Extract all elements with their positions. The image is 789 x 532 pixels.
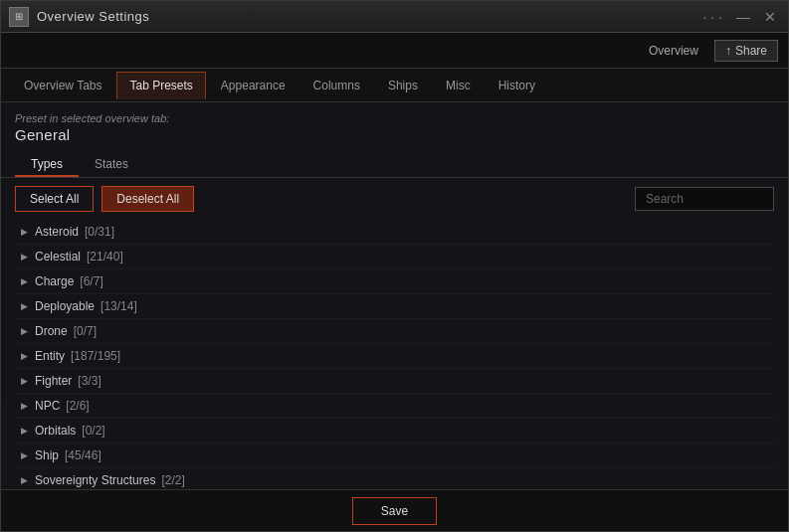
expand-arrow-icon: ▶ — [19, 450, 29, 460]
item-name: Sovereignty Structures — [35, 473, 155, 487]
item-count: [45/46] — [65, 448, 101, 462]
window-icon-glyph: ⊞ — [15, 11, 23, 22]
expand-arrow-icon: ▶ — [19, 426, 29, 436]
window-icon: ⊞ — [9, 7, 29, 27]
close-button[interactable]: ✕ — [760, 7, 780, 27]
list-item[interactable]: ▶Fighter[3/3] — [15, 369, 774, 394]
save-button[interactable]: Save — [352, 497, 437, 525]
tab-misc[interactable]: Misc — [433, 72, 484, 99]
subtab-states[interactable]: States — [79, 153, 144, 177]
item-name: Orbitals — [35, 424, 76, 438]
item-count: [0/7] — [74, 324, 97, 338]
tab-tab-presets[interactable]: Tab Presets — [116, 72, 205, 99]
expand-arrow-icon: ▶ — [19, 326, 29, 336]
subtab-types[interactable]: Types — [15, 153, 79, 177]
action-bar: Overview ↑ Share — [1, 33, 788, 69]
list-item[interactable]: ▶Asteroid[0/31] — [15, 220, 774, 245]
preset-section: Preset in selected overview tab: General — [1, 102, 788, 147]
list-item[interactable]: ▶Charge[6/7] — [15, 269, 774, 294]
select-all-button[interactable]: Select All — [15, 186, 94, 212]
item-count: [0/31] — [85, 225, 114, 239]
share-icon: ↑ — [725, 44, 731, 58]
preset-label: Preset in selected overview tab: — [15, 112, 774, 124]
tab-ships[interactable]: Ships — [375, 72, 431, 99]
list-item[interactable]: ▶Orbitals[0/2] — [15, 419, 774, 443]
overview-settings-window: ⊞ Overview Settings · · · — ✕ Overview ↑… — [0, 0, 789, 532]
tab-appearance[interactable]: Appearance — [208, 72, 298, 99]
item-name: NPC — [35, 399, 60, 413]
item-name: Deployable — [35, 299, 95, 313]
bottom-bar: Save — [1, 489, 788, 531]
list-item[interactable]: ▶Ship[45/46] — [15, 443, 774, 468]
item-name: Fighter — [35, 374, 72, 388]
item-count: [13/14] — [100, 299, 137, 313]
item-name: Ship — [35, 448, 59, 462]
title-bar-left: ⊞ Overview Settings — [9, 7, 149, 27]
search-input[interactable] — [635, 187, 774, 211]
tab-columns[interactable]: Columns — [300, 72, 373, 99]
item-name: Asteroid — [35, 225, 79, 239]
item-count: [2/2] — [161, 473, 184, 487]
minimize-button[interactable]: — — [732, 7, 754, 27]
list-item[interactable]: ▶NPC[2/6] — [15, 394, 774, 419]
sub-tabs: Types States — [1, 147, 788, 178]
window-title: Overview Settings — [37, 9, 149, 24]
item-count: [6/7] — [80, 274, 102, 288]
expand-arrow-icon: ▶ — [19, 227, 29, 237]
list-item[interactable]: ▶Sovereignty Structures[2/2] — [15, 468, 774, 489]
share-button[interactable]: ↑ Share — [714, 40, 778, 62]
list-item[interactable]: ▶Entity[187/195] — [15, 344, 774, 369]
nav-tabs: Overview Tabs Tab Presets Appearance Col… — [1, 69, 788, 102]
expand-arrow-icon: ▶ — [19, 376, 29, 386]
share-label: Share — [735, 44, 767, 58]
item-name: Drone — [35, 324, 68, 338]
types-list: ▶Asteroid[0/31]▶Celestial[21/40]▶Charge[… — [1, 220, 788, 489]
title-bar: ⊞ Overview Settings · · · — ✕ — [1, 1, 788, 33]
title-bar-controls: · · · — ✕ — [699, 7, 780, 27]
list-item[interactable]: ▶Celestial[21/40] — [15, 245, 774, 269]
expand-arrow-icon: ▶ — [19, 401, 29, 411]
item-name: Celestial — [35, 250, 81, 264]
expand-arrow-icon: ▶ — [19, 301, 29, 311]
expand-arrow-icon: ▶ — [19, 351, 29, 361]
item-count: [0/2] — [82, 424, 104, 438]
item-count: [21/40] — [87, 250, 123, 264]
item-count: [2/6] — [66, 399, 89, 413]
tab-history[interactable]: History — [486, 72, 548, 99]
item-name: Entity — [35, 349, 65, 363]
overview-button[interactable]: Overview — [641, 41, 706, 61]
list-item[interactable]: ▶Deployable[13/14] — [15, 294, 774, 319]
expand-arrow-icon: ▶ — [19, 475, 29, 485]
toolbar: Select All Deselect All — [1, 178, 788, 220]
expand-arrow-icon: ▶ — [19, 276, 29, 286]
item-count: [3/3] — [78, 374, 100, 388]
tab-overview-tabs[interactable]: Overview Tabs — [11, 72, 114, 99]
item-name: Charge — [35, 274, 74, 288]
dots-button[interactable]: · · · — [699, 7, 726, 27]
deselect-all-button[interactable]: Deselect All — [101, 186, 194, 212]
item-count: [187/195] — [71, 349, 120, 363]
list-item[interactable]: ▶Drone[0/7] — [15, 319, 774, 344]
preset-name: General — [15, 126, 774, 143]
expand-arrow-icon: ▶ — [19, 252, 29, 262]
